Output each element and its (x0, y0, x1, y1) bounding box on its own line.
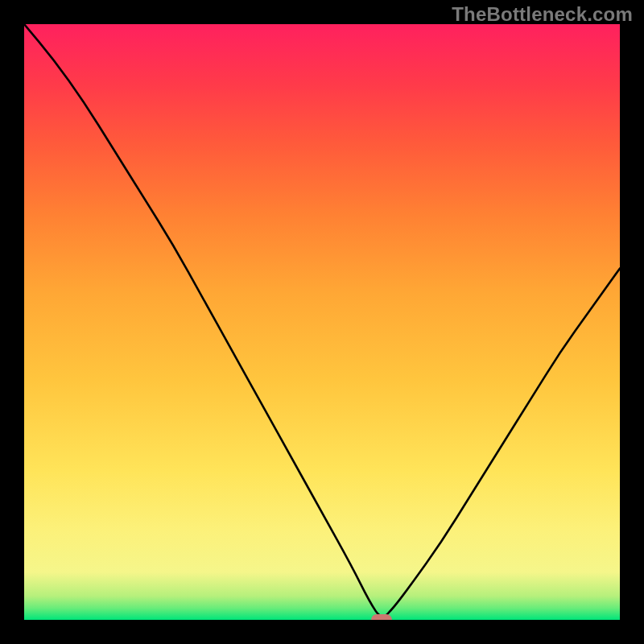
curve-svg (24, 24, 620, 620)
chart-container: TheBottleneck.com (0, 0, 644, 644)
plot-area (24, 24, 620, 620)
optimal-marker (371, 614, 392, 620)
watermark-label: TheBottleneck.com (452, 3, 633, 26)
bottleneck-curve (24, 24, 620, 617)
